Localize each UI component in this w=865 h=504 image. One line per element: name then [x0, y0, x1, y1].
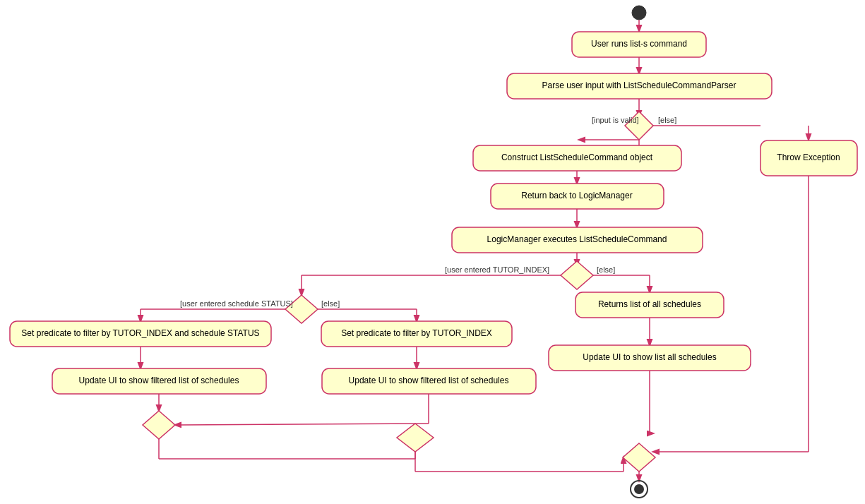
label-set-pred-index: Set predicate to filter by TUTOR_INDEX — [341, 328, 492, 338]
activity-diagram: User runs list-s command Parse user inpu… — [0, 0, 865, 504]
label-return-back: Return back to LogicManager — [521, 191, 632, 200]
label-tutor-index: [user entered TUTOR_INDEX] — [445, 265, 549, 274]
label-schedule-status: [user entered schedule STATUS] — [180, 299, 293, 308]
label-else-3: [else] — [321, 299, 340, 308]
diamond-2 — [561, 261, 593, 289]
label-construct: Construct ListScheduleCommand object — [501, 152, 653, 162]
label-parse-input: Parse user input with ListScheduleComman… — [542, 80, 736, 90]
start-node — [632, 6, 646, 20]
end-node-inner — [634, 484, 644, 494]
label-else-2: [else] — [597, 265, 615, 274]
label-returns-all: Returns list of all schedules — [598, 299, 701, 309]
label-logic-exec: LogicManager executes ListScheduleComman… — [487, 234, 667, 244]
label-update-filtered-1: Update UI to show filtered list of sched… — [79, 376, 239, 385]
label-user-runs: User runs list-s command — [591, 39, 687, 49]
diamond-5 — [397, 424, 434, 452]
diamond-6 — [623, 443, 655, 472]
label-update-all: Update UI to show list all schedules — [583, 352, 716, 362]
label-input-valid: [input is valid] — [592, 116, 639, 124]
diagram-container: User runs list-s command Parse user inpu… — [0, 0, 865, 504]
label-else-1: [else] — [658, 116, 676, 124]
arrow-uf2-to-d4-2 — [175, 424, 429, 425]
label-update-filtered-2: Update UI to show filtered list of sched… — [349, 376, 509, 385]
diamond-4 — [143, 411, 175, 439]
label-set-pred-both: Set predicate to filter by TUTOR_INDEX a… — [21, 328, 259, 338]
label-throw-exception: Throw Exception — [777, 152, 840, 162]
